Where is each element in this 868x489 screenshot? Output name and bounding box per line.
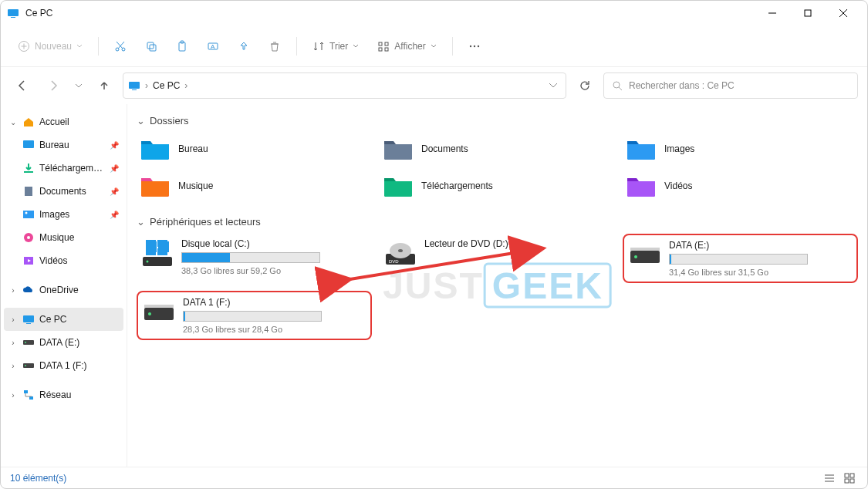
sidebar-label: Musique: [39, 232, 119, 243]
sidebar-item-data-1-f[interactable]: › DATA 1 (F:): [4, 354, 123, 377]
home-icon: [22, 116, 35, 128]
copy-button[interactable]: [137, 32, 165, 60]
svg-point-24: [474, 45, 475, 46]
svg-text:DVD: DVD: [389, 259, 399, 264]
breadcrumb-root[interactable]: Ce PC: [153, 80, 180, 91]
folder-item[interactable]: Vidéos: [623, 170, 858, 202]
expand-icon[interactable]: ›: [8, 362, 18, 370]
clipboard-icon: [176, 40, 188, 52]
drive-item[interactable]: DATA (E:)31,4 Go libres sur 31,5 Go: [623, 234, 858, 283]
chevron-down-icon: ⌄: [137, 216, 145, 228]
folder-label: Musique: [178, 180, 213, 191]
dvd-drive-icon: DVD: [384, 238, 417, 271]
chevron-down-icon: ⌄: [137, 115, 145, 126]
sidebar-item-onedrive[interactable]: › OneDrive: [4, 278, 123, 302]
documents-icon: [22, 185, 35, 197]
drive-item[interactable]: DATA 1 (F:)28,3 Go libres sur 28,4 Go: [137, 291, 372, 340]
up-button[interactable]: [92, 73, 117, 98]
paste-button[interactable]: [168, 32, 196, 60]
cloud-icon: [22, 284, 35, 296]
view-button[interactable]: Afficher: [370, 32, 444, 60]
sort-button[interactable]: Trier: [305, 32, 366, 60]
sidebar-item-data-e[interactable]: › DATA (E:): [4, 331, 123, 354]
sidebar-label: Documents: [39, 186, 105, 197]
expand-icon[interactable]: ›: [8, 315, 18, 324]
folder-item[interactable]: Bureau: [137, 133, 372, 165]
back-button[interactable]: [10, 73, 35, 98]
svg-point-46: [147, 261, 149, 263]
minimize-button[interactable]: [755, 1, 790, 25]
section-folders-header[interactable]: ⌄ Dossiers: [137, 115, 858, 126]
window-controls: [755, 1, 861, 25]
sort-label: Trier: [329, 41, 348, 52]
sidebar-label: Vidéos: [39, 255, 119, 266]
sidebar-item-videos[interactable]: Vidéos: [4, 249, 123, 272]
svg-rect-30: [23, 140, 34, 148]
svg-rect-44: [29, 396, 33, 400]
view-label: Afficher: [394, 41, 425, 52]
recent-button[interactable]: [72, 73, 86, 98]
section-drives-header[interactable]: ⌄ Périphériques et lecteurs: [137, 216, 858, 228]
separator: [296, 37, 297, 56]
svg-rect-63: [144, 305, 174, 308]
more-button[interactable]: [461, 32, 488, 60]
svg-point-59: [634, 255, 637, 258]
close-button[interactable]: [826, 1, 861, 25]
svg-rect-26: [129, 82, 140, 89]
sidebar-item-home[interactable]: ⌄ Accueil: [4, 110, 123, 133]
sidebar-item-downloads[interactable]: Téléchargements 📌: [4, 157, 123, 180]
expand-icon[interactable]: ⌄: [8, 118, 18, 126]
address-bar[interactable]: › Ce PC ›: [123, 73, 566, 99]
folder-item[interactable]: Musique: [137, 170, 372, 202]
sidebar-label: OneDrive: [39, 285, 119, 295]
folder-item[interactable]: Images: [623, 133, 858, 165]
icons-view-button[interactable]: [841, 470, 858, 486]
svg-rect-71: [850, 479, 854, 483]
sidebar-label: Bureau: [39, 140, 105, 150]
delete-button[interactable]: [261, 32, 289, 60]
svg-point-40: [25, 342, 26, 343]
drive-name: DATA (E:): [669, 240, 852, 251]
expand-icon[interactable]: ›: [8, 286, 18, 295]
sidebar-item-documents[interactable]: Documents 📌: [4, 180, 123, 203]
drive-usage-bar: [181, 252, 320, 263]
history-dropdown-icon[interactable]: [549, 81, 558, 90]
svg-rect-21: [379, 48, 382, 51]
details-view-button[interactable]: [821, 470, 838, 486]
search-box[interactable]: Rechercher dans : Ce PC: [603, 73, 858, 99]
forward-button[interactable]: [41, 73, 66, 98]
pin-icon: 📌: [110, 164, 119, 173]
drive-item[interactable]: DVDLecteur de DVD (D:): [380, 234, 615, 283]
drive-item[interactable]: Disque local (C:)38,3 Go libres sur 59,2…: [137, 234, 372, 283]
svg-rect-31: [25, 187, 32, 196]
svg-rect-60: [630, 248, 660, 251]
folder-label: Images: [664, 143, 694, 154]
maximize-button[interactable]: [790, 1, 826, 25]
expand-icon[interactable]: ›: [8, 339, 18, 347]
expand-icon[interactable]: ›: [8, 391, 18, 400]
svg-rect-19: [379, 42, 382, 46]
folder-icon: [140, 137, 171, 161]
drive-name: Lecteur de DVD (D:): [424, 238, 610, 249]
disk-drive-icon: [143, 297, 175, 329]
drive-usage-bar: [669, 254, 808, 265]
sidebar-item-network[interactable]: › Réseau: [4, 383, 123, 406]
folder-label: Documents: [421, 143, 468, 154]
windows-drive-icon: [141, 238, 174, 271]
cut-button[interactable]: [106, 32, 134, 60]
sidebar-item-bureau[interactable]: Bureau 📌: [4, 133, 123, 157]
folder-item[interactable]: Documents: [380, 133, 615, 165]
folder-item[interactable]: Téléchargements: [380, 170, 615, 202]
new-button[interactable]: Nouveau: [10, 32, 90, 60]
rename-button[interactable]: A: [199, 32, 227, 60]
chevron-right-icon: ›: [145, 80, 148, 91]
svg-rect-52: [146, 248, 156, 255]
sidebar-item-images[interactable]: Images 📌: [4, 203, 123, 226]
share-button[interactable]: [230, 32, 258, 60]
sidebar-item-thispc[interactable]: › Ce PC: [4, 308, 123, 331]
chevron-down-icon: [76, 43, 83, 49]
desktop-icon: [22, 139, 35, 151]
drive-icon: [22, 336, 35, 349]
sidebar-item-music[interactable]: Musique: [4, 226, 123, 249]
refresh-button[interactable]: [572, 73, 597, 98]
